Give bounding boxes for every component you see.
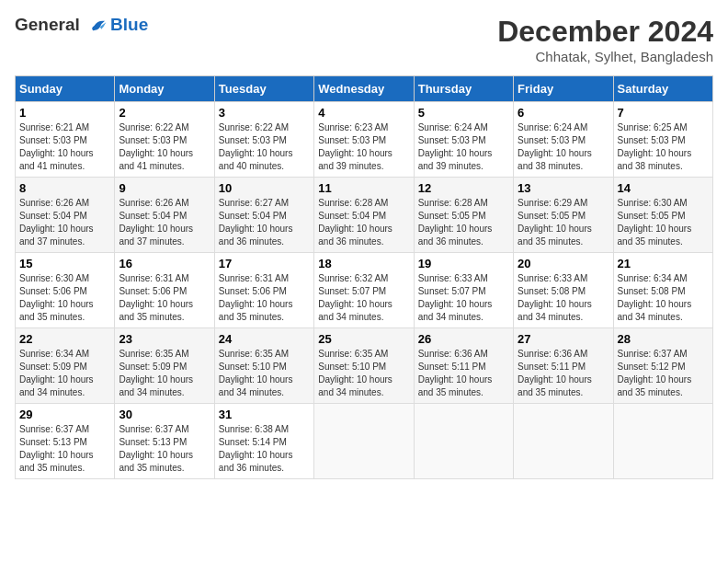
calendar-day-22: 22 Sunrise: 6:34 AMSunset: 5:09 PMDaylig… [16,328,115,404]
logo-bird-icon [88,17,108,34]
day-info: Sunrise: 6:26 AMSunset: 5:04 PMDaylight:… [119,198,193,247]
day-info: Sunrise: 6:36 AMSunset: 5:11 PMDaylight:… [418,349,493,397]
day-info: Sunrise: 6:31 AMSunset: 5:06 PMDaylight:… [119,273,193,322]
day-number: 17 [219,257,310,270]
calendar-day-25: 25 Sunrise: 6:35 AMSunset: 5:10 PMDaylig… [314,328,414,404]
day-number: 18 [318,257,409,270]
day-number: 28 [618,332,709,346]
day-number: 12 [418,181,509,195]
calendar-week-1: 1 Sunrise: 6:21 AMSunset: 5:03 PMDayligh… [16,102,713,178]
day-info: Sunrise: 6:35 AMSunset: 5:09 PMDaylight:… [119,349,193,397]
calendar-day-26: 26 Sunrise: 6:36 AMSunset: 5:11 PMDaylig… [414,328,513,404]
day-number: 21 [618,257,709,270]
empty-cell [314,404,414,479]
day-number: 11 [318,181,409,195]
empty-cell [613,404,712,479]
day-number: 29 [19,408,110,421]
calendar-day-3: 3 Sunrise: 6:22 AMSunset: 5:03 PMDayligh… [214,102,313,178]
header: General Blue December 2024 Chhatak, Sylh… [15,15,713,64]
calendar-title: December 2024 [497,15,713,49]
day-number: 3 [219,106,310,120]
calendar-day-29: 29 Sunrise: 6:37 AMSunset: 5:13 PMDaylig… [16,404,115,479]
calendar-day-19: 19 Sunrise: 6:33 AMSunset: 5:07 PMDaylig… [414,253,513,328]
day-info: Sunrise: 6:28 AMSunset: 5:05 PMDaylight:… [418,198,493,247]
calendar-week-5: 29 Sunrise: 6:37 AMSunset: 5:13 PMDaylig… [16,404,713,479]
calendar-day-4: 4 Sunrise: 6:23 AMSunset: 5:03 PMDayligh… [314,102,414,178]
calendar-day-20: 20 Sunrise: 6:33 AMSunset: 5:08 PMDaylig… [514,253,613,328]
logo: General Blue [15,15,148,35]
day-info: Sunrise: 6:37 AMSunset: 5:13 PMDaylight:… [119,424,193,473]
day-number: 9 [119,181,210,195]
day-number: 15 [19,257,110,270]
calendar-table: SundayMondayTuesdayWednesdayThursdayFrid… [15,75,713,479]
day-info: Sunrise: 6:33 AMSunset: 5:08 PMDaylight:… [518,273,592,322]
weekday-header-wednesday: Wednesday [314,76,414,102]
day-number: 16 [119,257,210,270]
day-info: Sunrise: 6:31 AMSunset: 5:06 PMDaylight:… [219,273,293,322]
day-info: Sunrise: 6:38 AMSunset: 5:14 PMDaylight:… [219,424,293,473]
calendar-subtitle: Chhatak, Sylhet, Bangladesh [497,49,713,64]
day-number: 30 [119,408,210,421]
weekday-header-tuesday: Tuesday [214,76,313,102]
weekday-header-friday: Friday [514,76,613,102]
day-info: Sunrise: 6:36 AMSunset: 5:11 PMDaylight:… [518,349,592,397]
day-info: Sunrise: 6:21 AMSunset: 5:03 PMDaylight:… [19,122,94,171]
day-info: Sunrise: 6:22 AMSunset: 5:03 PMDaylight:… [119,122,193,171]
calendar-day-12: 12 Sunrise: 6:28 AMSunset: 5:05 PMDaylig… [414,178,513,253]
day-number: 13 [518,181,609,195]
empty-cell [414,404,513,479]
calendar-day-18: 18 Sunrise: 6:32 AMSunset: 5:07 PMDaylig… [314,253,414,328]
day-info: Sunrise: 6:35 AMSunset: 5:10 PMDaylight:… [318,349,392,397]
calendar-day-27: 27 Sunrise: 6:36 AMSunset: 5:11 PMDaylig… [514,328,613,404]
header-row: SundayMondayTuesdayWednesdayThursdayFrid… [16,76,713,102]
day-info: Sunrise: 6:24 AMSunset: 5:03 PMDaylight:… [518,122,592,171]
day-number: 20 [518,257,609,270]
calendar-day-8: 8 Sunrise: 6:26 AMSunset: 5:04 PMDayligh… [16,178,115,253]
calendar-day-16: 16 Sunrise: 6:31 AMSunset: 5:06 PMDaylig… [115,253,214,328]
calendar-day-31: 31 Sunrise: 6:38 AMSunset: 5:14 PMDaylig… [214,404,313,479]
day-number: 31 [219,408,310,421]
calendar-day-24: 24 Sunrise: 6:35 AMSunset: 5:10 PMDaylig… [214,328,313,404]
day-number: 22 [19,332,110,346]
calendar-day-15: 15 Sunrise: 6:30 AMSunset: 5:06 PMDaylig… [16,253,115,328]
calendar-week-3: 15 Sunrise: 6:30 AMSunset: 5:06 PMDaylig… [16,253,713,328]
day-info: Sunrise: 6:26 AMSunset: 5:04 PMDaylight:… [19,198,94,247]
day-info: Sunrise: 6:30 AMSunset: 5:06 PMDaylight:… [19,273,94,322]
title-area: December 2024 Chhatak, Sylhet, Banglades… [497,15,713,64]
day-number: 24 [219,332,310,346]
day-info: Sunrise: 6:30 AMSunset: 5:05 PMDaylight:… [618,198,692,247]
day-number: 2 [119,106,210,120]
day-info: Sunrise: 6:34 AMSunset: 5:08 PMDaylight:… [618,273,692,322]
calendar-day-30: 30 Sunrise: 6:37 AMSunset: 5:13 PMDaylig… [115,404,214,479]
weekday-header-sunday: Sunday [16,76,115,102]
weekday-header-monday: Monday [115,76,214,102]
day-number: 27 [518,332,609,346]
day-info: Sunrise: 6:35 AMSunset: 5:10 PMDaylight:… [219,349,293,397]
logo-text-general: General [15,15,80,34]
day-info: Sunrise: 6:28 AMSunset: 5:04 PMDaylight:… [318,198,392,247]
day-number: 26 [418,332,509,346]
day-info: Sunrise: 6:37 AMSunset: 5:13 PMDaylight:… [19,424,94,473]
calendar-day-28: 28 Sunrise: 6:37 AMSunset: 5:12 PMDaylig… [613,328,712,404]
day-info: Sunrise: 6:37 AMSunset: 5:12 PMDaylight:… [618,349,692,397]
empty-cell [514,404,613,479]
day-number: 8 [19,181,110,195]
calendar-day-13: 13 Sunrise: 6:29 AMSunset: 5:05 PMDaylig… [514,178,613,253]
calendar-day-17: 17 Sunrise: 6:31 AMSunset: 5:06 PMDaylig… [214,253,313,328]
day-number: 25 [318,332,409,346]
calendar-week-2: 8 Sunrise: 6:26 AMSunset: 5:04 PMDayligh… [16,178,713,253]
calendar-day-6: 6 Sunrise: 6:24 AMSunset: 5:03 PMDayligh… [514,102,613,178]
day-info: Sunrise: 6:24 AMSunset: 5:03 PMDaylight:… [418,122,493,171]
day-number: 10 [219,181,310,195]
logo-text-blue: Blue [110,15,148,35]
day-info: Sunrise: 6:25 AMSunset: 5:03 PMDaylight:… [618,122,692,171]
day-info: Sunrise: 6:27 AMSunset: 5:04 PMDaylight:… [219,198,293,247]
calendar-week-4: 22 Sunrise: 6:34 AMSunset: 5:09 PMDaylig… [16,328,713,404]
calendar-day-1: 1 Sunrise: 6:21 AMSunset: 5:03 PMDayligh… [16,102,115,178]
weekday-header-thursday: Thursday [414,76,513,102]
calendar-day-9: 9 Sunrise: 6:26 AMSunset: 5:04 PMDayligh… [115,178,214,253]
calendar-day-10: 10 Sunrise: 6:27 AMSunset: 5:04 PMDaylig… [214,178,313,253]
day-info: Sunrise: 6:22 AMSunset: 5:03 PMDaylight:… [219,122,293,171]
day-number: 6 [518,106,609,120]
day-info: Sunrise: 6:34 AMSunset: 5:09 PMDaylight:… [19,349,94,397]
